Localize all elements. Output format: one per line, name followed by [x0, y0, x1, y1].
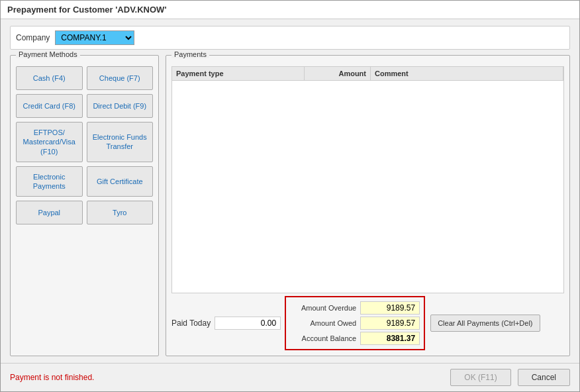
amount-owed-value: 9189.57 — [360, 317, 420, 330]
amount-owed-row: Amount Owed 9189.57 — [290, 317, 420, 330]
bottom-section: Paid Today 0.00 Amount Overdue 9189.57 A… — [171, 296, 564, 350]
clear-all-payments-button[interactable]: Clear All Payments (Ctrl+Del) — [430, 315, 540, 332]
error-message: Payment is not finished. — [10, 373, 94, 382]
main-window: Prepayment for Customer 'ADV.KNOW' Compa… — [0, 0, 580, 392]
table-header: Payment type Amount Comment — [172, 67, 563, 81]
payments-panel: Payments Payment type Amount Comment Pai… — [166, 55, 570, 356]
table-body — [172, 81, 563, 279]
amount-overdue-label: Amount Overdue — [290, 304, 356, 312]
payment-methods-panel: Payment Methods Cash (F4) Cheque (F7) Cr… — [10, 55, 159, 356]
footer: Payment is not finished. OK (F11) Cancel — [1, 363, 579, 391]
account-balance-row: Account Balance 8381.37 — [290, 332, 420, 345]
gift-certificate-button[interactable]: Gift Certificate — [87, 166, 154, 197]
footer-buttons: OK (F11) Cancel — [450, 369, 570, 386]
company-select[interactable]: COMPANY.1 — [55, 30, 134, 45]
payment-methods-label: Payment Methods — [16, 50, 80, 58]
amount-owed-label: Amount Owed — [290, 319, 356, 327]
payments-table: Payment type Amount Comment — [171, 66, 564, 293]
direct-debit-button[interactable]: Direct Debit (F9) — [87, 94, 154, 118]
col-payment-type: Payment type — [172, 67, 305, 80]
col-comment: Comment — [371, 67, 563, 80]
amount-overdue-row: Amount Overdue 9189.57 — [290, 301, 420, 315]
electronic-payments-button[interactable]: Electronic Payments — [16, 166, 83, 197]
summary-fields: Amount Overdue 9189.57 Amount Owed 9189.… — [285, 296, 425, 350]
eft-button[interactable]: Electronic Funds Transfer — [87, 122, 154, 162]
account-balance-value: 8381.37 — [360, 332, 420, 345]
ok-button[interactable]: OK (F11) — [450, 369, 510, 386]
payment-methods-grid: Cash (F4) Cheque (F7) Credit Card (F8) D… — [16, 66, 153, 224]
credit-card-button[interactable]: Credit Card (F8) — [16, 94, 83, 118]
content-area: Company COMPANY.1 Payment Methods Cash (… — [1, 19, 579, 363]
account-balance-label: Account Balance — [290, 334, 356, 342]
window-title: Prepayment for Customer 'ADV.KNOW' — [7, 5, 166, 15]
paypal-button[interactable]: Paypal — [16, 201, 83, 224]
amount-overdue-value: 9189.57 — [360, 301, 420, 315]
tyro-button[interactable]: Tyro — [87, 201, 154, 224]
cancel-button[interactable]: Cancel — [518, 369, 570, 386]
summary-section: Amount Overdue 9189.57 Amount Owed 9189.… — [285, 296, 540, 350]
eftpos-button[interactable]: EFTPOS/ Mastercard/Visa (F10) — [16, 122, 83, 162]
title-bar: Prepayment for Customer 'ADV.KNOW' — [1, 1, 579, 19]
payments-label: Payments — [171, 50, 209, 58]
col-amount: Amount — [305, 67, 371, 80]
paid-today-row: Paid Today 0.00 Amount Overdue 9189.57 A… — [171, 296, 564, 350]
company-label: Company — [16, 33, 50, 42]
main-panels: Payment Methods Cash (F4) Cheque (F7) Cr… — [10, 55, 570, 356]
paid-today-value: 0.00 — [215, 317, 281, 330]
cheque-button[interactable]: Cheque (F7) — [87, 66, 154, 90]
company-row: Company COMPANY.1 — [10, 26, 570, 50]
cash-button[interactable]: Cash (F4) — [16, 66, 83, 90]
paid-today-label: Paid Today — [171, 318, 211, 328]
